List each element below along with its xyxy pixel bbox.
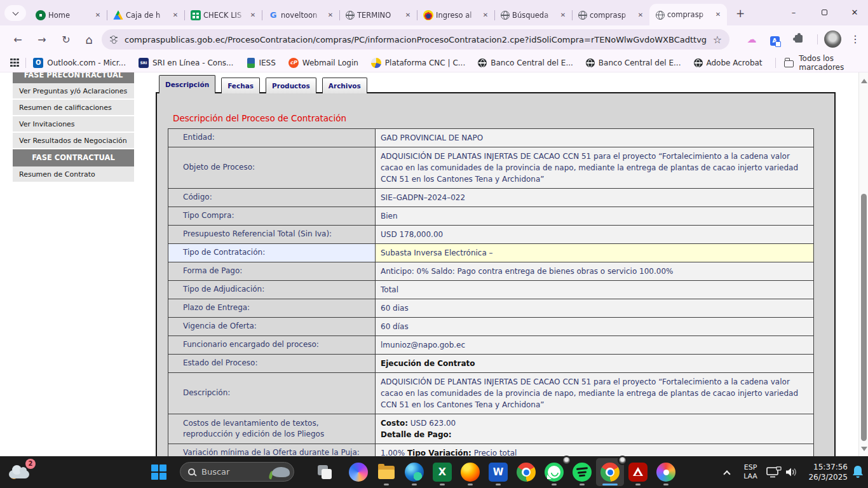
bookmark-item[interactable]: IESS [246,58,275,68]
tab-close-icon[interactable]: ✕ [170,10,180,20]
taskbar-app-whatsapp[interactable] [540,458,568,486]
tray-chevron-up-icon[interactable] [723,470,730,477]
tab-descripción[interactable]: Descripción [159,75,215,93]
new-tab-button[interactable]: + [732,6,749,22]
taskbar-app-chrome[interactable] [512,458,540,486]
browser-tab[interactable]: Home✕ [29,4,107,25]
browser-tab[interactable]: comprasp✕ [649,4,727,25]
reload-button[interactable]: ↻ [57,31,75,49]
tab-close-icon[interactable]: ✕ [635,10,646,20]
running-indicator [663,484,668,485]
url-text[interactable]: compraspublicas.gob.ec/ProcesoContrataci… [125,35,707,44]
page-scrollbar[interactable] [858,72,868,456]
browser-tab[interactable]: Caja de h✕ [107,4,184,25]
scroll-up-icon[interactable] [861,78,867,83]
url-bar[interactable]: compraspublicas.gob.ec/ProcesoContrataci… [102,29,729,50]
profile-avatar[interactable] [824,30,841,48]
window-close-button[interactable]: ✕ [844,5,865,20]
running-indicator [384,484,389,485]
row-label: Tipo de Adjudicación: [168,281,376,299]
taskbar-weather-widget[interactable]: 2 [9,463,33,480]
taskbar-app-excel[interactable]: X [428,458,456,486]
tab-close-icon[interactable]: ✕ [558,10,568,20]
scrollbar-thumb[interactable] [861,194,867,441]
bookmarks-separator [775,58,776,68]
browser-tab[interactable]: Gnoveltoon✕ [262,4,339,25]
globe-icon [578,11,587,20]
toolbar-separator [817,34,818,44]
extension-pink-icon[interactable]: ☁ [744,32,759,47]
back-button[interactable]: ← [9,31,27,49]
sidebar-item[interactable]: Resumen de calificaciones [13,100,134,116]
table-row: Costos de levantamiento de textos, repro… [168,414,813,444]
taskbar-app-firefox[interactable] [456,458,484,486]
taskbar-app-edge[interactable] [400,458,428,486]
tab-productos[interactable]: Productos [266,78,316,93]
ecuador-icon [423,10,433,20]
bookmarks-bar: OOutlook.com - Micr...SRISRI en Línea - … [0,53,868,72]
apps-grid-icon[interactable] [10,58,19,67]
browser-tab[interactable]: Búsqueda✕ [494,4,572,25]
value-line: 60 días [381,321,808,332]
tab-close-icon[interactable]: ✕ [480,10,491,20]
sidebar-item[interactable]: Ver Resultados de Negociación [13,133,134,149]
tab-archivos[interactable]: Archivos [322,78,367,93]
taskbar-app-spotify[interactable] [568,458,596,486]
taskbar-app-word[interactable]: W [484,458,512,486]
network-icon[interactable] [766,466,782,480]
notifications-bell-icon[interactable] [851,464,864,481]
browser-tab[interactable]: CHECK LIS✕ [184,4,262,25]
browser-tab[interactable]: TERMINO✕ [339,4,417,25]
scroll-down-icon[interactable] [861,447,867,452]
translate-icon[interactable]: A [767,32,782,47]
browser-menu-button[interactable]: ⋮ [848,32,863,47]
taskbar-app-explorer[interactable] [372,458,400,486]
taskbar-search[interactable]: Buscar [180,462,294,482]
window-minimize-button[interactable]: – [783,5,804,20]
browser-tab[interactable]: Ingreso al✕ [417,4,494,25]
taskbar-clock[interactable]: 15:37:56 26/3/2025 [797,462,848,482]
sidebar-item[interactable]: Ver Invitaciones [13,116,134,133]
bookmark-item[interactable]: Adobe Acrobat [694,58,763,67]
tab-fechas[interactable]: Fechas [221,78,260,93]
bookmark-item[interactable]: SRISRI en Línea - Cons... [139,58,233,68]
taskbar-app-chrome[interactable] [596,458,624,486]
tab-close-icon[interactable]: ✕ [93,10,103,20]
task-view-button[interactable] [318,465,333,479]
tab-close-icon[interactable]: ✕ [248,10,258,20]
window-maximize-button[interactable] [813,5,835,20]
extensions-puzzle-icon[interactable] [791,32,806,47]
tab-search-button[interactable] [4,5,26,21]
bookmark-star-icon[interactable]: ☆ [713,34,722,46]
cloud-icon [9,470,29,478]
value-segment: SIE–GADPN–2024–022 [381,193,465,202]
language-indicator[interactable]: ESP LAA [738,463,763,482]
taskbar-app-paint[interactable] [652,458,680,486]
webmail-icon: cP [288,58,299,68]
bookmark-item[interactable]: Banco Central del E... [586,58,681,67]
tab-close-icon[interactable]: ✕ [325,10,336,20]
row-label: Descripción: [168,373,376,414]
cloud-icon: ☁ [747,34,757,45]
bookmark-item[interactable]: cPWebmail Login [288,58,358,68]
table-row: Funcionario encargado del proceso:lmunio… [168,336,813,355]
taskbar-app-copilot[interactable] [344,458,372,486]
tab-close-icon[interactable]: ✕ [713,10,723,20]
bookmark-item[interactable]: OOutlook.com - Micr... [33,58,126,68]
all-bookmarks[interactable]: Todos los marcadores [775,54,859,72]
browser-tab[interactable]: comprasp✕ [572,4,649,25]
avatar-badge [562,456,571,465]
start-button[interactable] [151,464,166,480]
process-tabs: DescripciónFechasProductosArchivos [159,76,367,93]
forward-button[interactable]: → [33,31,51,49]
sidebar-item[interactable]: Resumen de Contrato [13,166,134,183]
site-info-icon[interactable] [109,35,118,44]
row-value: lmunioz@napo.gob.ec [376,336,813,354]
taskbar-app-acrobat[interactable] [624,458,652,486]
tab-close-icon[interactable]: ✕ [403,10,413,20]
home-button[interactable]: ⌂ [80,31,98,49]
volume-icon[interactable] [785,467,797,480]
bookmark-item[interactable]: Plataforma CNC | C... [371,58,465,68]
bookmark-item[interactable]: Banco Central del E... [478,58,573,67]
sidebar-item[interactable]: Ver Preguntas y/ó Aclaraciones [13,83,134,100]
